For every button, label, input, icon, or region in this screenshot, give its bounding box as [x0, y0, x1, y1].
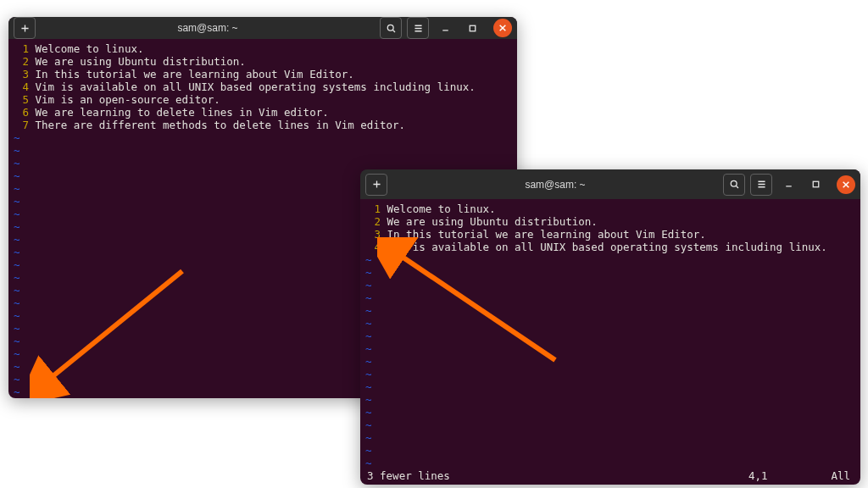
menu-button[interactable] — [750, 174, 772, 196]
editor-lines: 1 Welcome to linux.2 We are using Ubuntu… — [14, 42, 512, 131]
editor-line: 3 In this tutorial we are learning about… — [365, 228, 855, 241]
close-button[interactable] — [493, 19, 512, 37]
menu-button[interactable] — [407, 17, 429, 39]
search-button[interactable] — [723, 174, 745, 196]
editor-line: 7 There are different methods to delete … — [14, 119, 512, 131]
editor-line: 1 Welcome to linux. — [14, 42, 512, 55]
svg-rect-1 — [470, 25, 476, 31]
editor-lines: 1 Welcome to linux.2 We are using Ubuntu… — [365, 202, 855, 253]
empty-line-tildes: ~~~~~~~~~~~~~~~~~ — [365, 253, 855, 469]
cursor-position: 4,1 — [748, 469, 816, 481]
scroll-position: All — [816, 469, 850, 481]
status-message: 3 fewer lines — [367, 469, 748, 481]
svg-rect-3 — [813, 181, 819, 187]
titlebar[interactable]: sam@sam: ~ — [360, 169, 860, 199]
svg-point-2 — [731, 180, 737, 186]
new-tab-button[interactable] — [365, 174, 387, 196]
close-button[interactable] — [837, 175, 855, 194]
titlebar[interactable]: sam@sam: ~ — [8, 17, 517, 39]
editor-line: 3 In this tutorial we are learning about… — [14, 68, 512, 80]
new-tab-button[interactable] — [14, 17, 36, 39]
search-button[interactable] — [380, 17, 402, 39]
editor-line: 2 We are using Ubuntu distribution. — [365, 215, 855, 228]
maximize-button[interactable] — [804, 174, 826, 196]
window-title: sam@sam: ~ — [41, 22, 375, 34]
editor-line: 4 Vim is available on all UNIX based ope… — [365, 241, 855, 253]
editor-line: 5 Vim is an open-source editor. — [14, 93, 512, 106]
vim-status-line: 3 fewer lines 4,1 All — [365, 469, 855, 483]
minimize-button[interactable] — [777, 174, 799, 196]
svg-point-0 — [387, 25, 393, 30]
minimize-button[interactable] — [434, 17, 456, 39]
editor-line: 2 We are using Ubuntu distribution. — [14, 55, 512, 68]
terminal-window-after: sam@sam: ~ 1 Welcome to linux.2 We are u… — [360, 169, 860, 485]
window-title: sam@sam: ~ — [392, 179, 718, 191]
terminal-body[interactable]: 1 Welcome to linux.2 We are using Ubuntu… — [360, 199, 860, 485]
editor-line: 6 We are learning to delete lines in Vim… — [14, 106, 512, 119]
editor-line: 4 Vim is available on all UNIX based ope… — [14, 80, 512, 93]
editor-line: 1 Welcome to linux. — [365, 202, 855, 215]
maximize-button[interactable] — [461, 17, 483, 39]
